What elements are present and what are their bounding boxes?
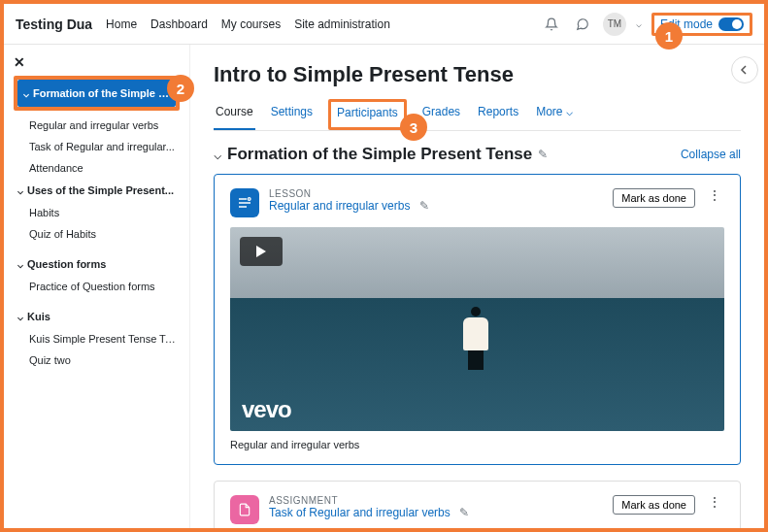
chevron-down-icon[interactable]: ⌵ [214,147,221,162]
assignment-icon [230,495,259,524]
activity-card-lesson: LESSON Regular and irregular verbs ✎ Mar… [214,174,741,465]
activity-title-link[interactable]: Regular and irregular verbs [269,199,410,213]
activity-menu-button[interactable]: ⋮ [705,495,724,509]
callout-3: 3 [400,114,427,141]
sidebar-section-title[interactable]: Formation of the Simple P... [17,80,176,107]
mark-done-button[interactable]: Mark as done [613,495,695,515]
video-thumbnail[interactable]: vevo [230,227,724,431]
lesson-icon [230,188,259,217]
notifications-button[interactable] [541,14,562,35]
sidebar-subitems: Regular and irregular verbs Task of Regu… [14,115,180,179]
chat-icon [576,17,589,31]
primary-nav: Home Dashboard My courses Site administr… [106,17,390,31]
sidebar-item[interactable]: Quiz of Habits [27,223,180,245]
sidebar-section-kuis: Kuis Kuis Simple Present Tense Ta... Qui… [14,305,180,371]
play-icon [240,237,283,266]
sidebar-section-title[interactable]: Uses of the Simple Present... [14,179,180,202]
callout-2: 2 [167,75,194,102]
mark-done-button[interactable]: Mark as done [613,188,695,208]
tab-reports[interactable]: Reports [476,99,520,130]
sidebar-item[interactable]: Kuis Simple Present Tense Ta... [27,328,180,349]
sidebar-item[interactable]: Task of Regular and irregular... [27,136,180,157]
sidebar-section-formation: Formation of the Simple P... [14,76,180,111]
section-title: Formation of the Simple Present Tense [227,145,532,164]
sidebar-section-title[interactable]: Question forms [14,252,180,276]
video-caption: Regular and irregular verbs [230,439,724,450]
sidebar-section-question: Question forms Practice of Question form… [14,252,180,297]
main-content: Intro to Simple Present Tense Course Set… [190,45,764,528]
svg-point-0 [248,198,250,201]
edit-mode-toggle[interactable] [718,17,744,31]
close-drawer-button[interactable]: ✕ [14,54,180,70]
tab-participants[interactable]: Participants [328,99,407,130]
collapse-all-link[interactable]: Collapse all [681,148,741,161]
page-title: Intro to Simple Present Tense [214,62,741,87]
nav-home[interactable]: Home [106,17,137,31]
avatar[interactable]: TM [603,13,626,36]
vevo-logo: vevo [242,396,291,423]
nav-dashboard[interactable]: Dashboard [150,17,208,31]
activity-menu-button[interactable]: ⋮ [705,188,724,202]
sidebar-item[interactable]: Attendance [27,157,180,179]
bell-icon [545,17,558,31]
brand: Testing Dua [16,17,92,32]
activity-type: LESSON [269,188,429,199]
sidebar: ✕ Formation of the Simple P... Regular a… [4,45,190,528]
callout-1: 1 [655,22,683,50]
tab-more[interactable]: More ⌵ [534,99,575,130]
pencil-icon[interactable]: ✎ [419,199,429,213]
pencil-icon[interactable]: ✎ [459,506,469,519]
user-menu-caret[interactable]: ⌵ [636,18,642,29]
sidebar-item[interactable]: Regular and irregular verbs [27,115,180,136]
sidebar-section-uses: Uses of the Simple Present... Habits Qui… [14,179,180,245]
section-header: ⌵ Formation of the Simple Present Tense … [214,145,741,164]
sidebar-item[interactable]: Quiz two [27,349,180,371]
nav-siteadmin[interactable]: Site administration [294,17,390,31]
topbar: Testing Dua Home Dashboard My courses Si… [4,4,764,45]
nav-mycourses[interactable]: My courses [221,17,281,31]
pencil-icon[interactable]: ✎ [538,148,548,161]
course-tabs: Course Settings Participants Grades Repo… [214,99,741,131]
figure-silhouette [458,307,493,370]
sidebar-item[interactable]: Habits [27,202,180,223]
tab-settings[interactable]: Settings [269,99,315,130]
sidebar-item[interactable]: Practice of Question forms [27,276,180,297]
messages-button[interactable] [572,14,593,35]
activity-type: ASSIGNMENT [269,495,469,506]
sidebar-section-title[interactable]: Kuis [14,305,180,328]
tab-course[interactable]: Course [214,99,255,130]
activity-title-link[interactable]: Task of Regular and irregular verbs [269,506,451,519]
activity-card-assignment: ASSIGNMENT Task of Regular and irregular… [214,481,741,528]
